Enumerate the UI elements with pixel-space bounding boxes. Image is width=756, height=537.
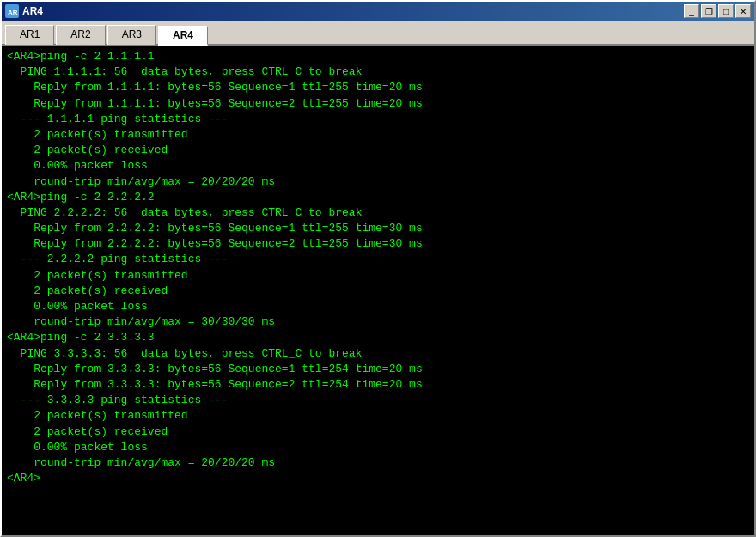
terminal-line: round-trip min/avg/max = 20/20/20 ms bbox=[7, 455, 749, 471]
terminal-line: 0.00% packet loss bbox=[7, 158, 749, 174]
terminal-line: Reply from 1.1.1.1: bytes=56 Sequence=1 … bbox=[7, 80, 749, 95]
terminal-line: 0.00% packet loss bbox=[7, 440, 749, 455]
main-window: AR AR4 _ ❐ □ ✕ AR1 AR2 AR3 AR4 <AR4>ping… bbox=[0, 0, 756, 537]
terminal-line: 2 packet(s) received bbox=[7, 143, 749, 158]
terminal-line: PING 1.1.1.1: 56 data bytes, press CTRL_… bbox=[7, 64, 749, 80]
svg-text:AR: AR bbox=[8, 9, 18, 16]
tab-ar4[interactable]: AR4 bbox=[158, 26, 208, 46]
terminal-line: round-trip min/avg/max = 20/20/20 ms bbox=[7, 174, 749, 190]
terminal-line: --- 2.2.2.2 ping statistics --- bbox=[7, 252, 749, 267]
terminal-line: <AR4>ping -c 2 2.2.2.2 bbox=[7, 190, 749, 205]
tab-ar1[interactable]: AR1 bbox=[5, 25, 54, 45]
terminal-line: <AR4>ping -c 2 3.3.3.3 bbox=[7, 330, 749, 345]
terminal-line: --- 1.1.1.1 ping statistics --- bbox=[7, 112, 749, 127]
terminal-line: Reply from 3.3.3.3: bytes=56 Sequence=2 … bbox=[7, 377, 749, 393]
terminal-line: --- 3.3.3.3 ping statistics --- bbox=[7, 393, 749, 408]
terminal-output[interactable]: <AR4>ping -c 2 1.1.1.1 PING 1.1.1.1: 56 … bbox=[2, 46, 754, 535]
tab-ar3[interactable]: AR3 bbox=[107, 25, 156, 45]
terminal-line: 2 packet(s) transmitted bbox=[7, 127, 749, 143]
terminal-content: <AR4>ping -c 2 1.1.1.1 PING 1.1.1.1: 56 … bbox=[7, 49, 749, 486]
maximize-button[interactable]: □ bbox=[718, 4, 734, 18]
terminal-line: PING 2.2.2.2: 56 data bytes, press CTRL_… bbox=[7, 205, 749, 221]
terminal-line: 0.00% packet loss bbox=[7, 299, 749, 314]
terminal-line: Reply from 1.1.1.1: bytes=56 Sequence=2 … bbox=[7, 96, 749, 112]
terminal-line: Reply from 2.2.2.2: bytes=56 Sequence=2 … bbox=[7, 236, 749, 252]
terminal-line: Reply from 2.2.2.2: bytes=56 Sequence=1 … bbox=[7, 221, 749, 236]
title-buttons: _ ❐ □ ✕ bbox=[684, 4, 751, 18]
terminal-line: <AR4>ping -c 2 1.1.1.1 bbox=[7, 49, 749, 64]
terminal-line: PING 3.3.3.3: 56 data bytes, press CTRL_… bbox=[7, 346, 749, 362]
app-icon: AR bbox=[5, 4, 19, 18]
terminal-line: 2 packet(s) transmitted bbox=[7, 408, 749, 424]
tabs-bar: AR1 AR2 AR3 AR4 bbox=[2, 21, 754, 46]
terminal-line: 2 packet(s) transmitted bbox=[7, 268, 749, 284]
terminal-line: round-trip min/avg/max = 30/30/30 ms bbox=[7, 314, 749, 330]
restore-button[interactable]: ❐ bbox=[701, 4, 716, 18]
terminal-line: <AR4> bbox=[7, 471, 749, 486]
window-title: AR4 bbox=[22, 5, 43, 17]
close-button[interactable]: ✕ bbox=[735, 4, 751, 18]
terminal-line: Reply from 3.3.3.3: bytes=56 Sequence=1 … bbox=[7, 362, 749, 377]
tab-ar2[interactable]: AR2 bbox=[56, 25, 105, 45]
terminal-line: 2 packet(s) received bbox=[7, 424, 749, 440]
title-bar-left: AR AR4 bbox=[5, 4, 43, 18]
terminal-line: 2 packet(s) received bbox=[7, 284, 749, 299]
title-bar: AR AR4 _ ❐ □ ✕ bbox=[2, 2, 754, 21]
minimize-button[interactable]: _ bbox=[684, 4, 699, 18]
